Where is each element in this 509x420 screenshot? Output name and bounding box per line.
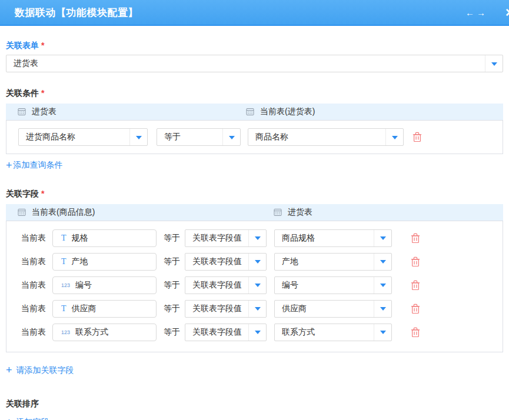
chevron-down-icon [374,301,391,317]
field-picker[interactable]: T 供应商 [52,300,157,318]
delete-condition-button[interactable] [412,132,422,142]
related-condition-label: 关联条件* [6,88,503,98]
condition-left-table-name: 进货表 [32,106,56,117]
resize-panel-button[interactable]: ← → [465,0,485,25]
condition-target-select[interactable]: 商品名称 [248,128,404,146]
chevron-down-icon [248,277,266,294]
scope-label: 当前表 [21,280,46,291]
trash-icon [411,233,420,244]
operator-label: 等于 [164,280,180,291]
delete-field-button[interactable] [411,256,420,267]
field-name: 规格 [72,233,88,244]
scope-label: 当前表 [21,256,46,267]
value-type-select[interactable]: 关联表字段值 [185,324,267,341]
chevron-down-icon [485,55,503,72]
related-form-select[interactable]: 进货表 [6,55,503,72]
operator-label: 等于 [164,304,180,314]
operator-label: 等于 [164,256,180,267]
delete-field-button[interactable] [411,304,420,314]
fields-table-body: 当前表 T 规格 等于 关联表字段值 商品规格 当前表 T 产地 [6,221,503,352]
delete-field-button[interactable] [411,327,420,338]
field-picker[interactable]: T 规格 [52,229,157,247]
field-picker[interactable]: T 产地 [52,253,157,271]
related-form-label: 关联表单* [6,40,503,51]
related-fields-label: 关联字段* [6,188,503,199]
field-name: 编号 [75,280,92,291]
delete-field-button[interactable] [411,280,420,291]
value-select[interactable]: 产地 [274,253,392,271]
condition-operator-select[interactable]: 等于 [157,128,241,146]
value-select[interactable]: 商品规格 [274,229,392,247]
chevron-down-icon [374,324,391,341]
add-sort-field-link[interactable]: +添加字段 [6,416,49,420]
text-field-icon: T [61,305,66,313]
field-name: 供应商 [72,304,97,314]
plus-icon: + [6,365,12,375]
value-select[interactable]: 供应商 [274,300,392,318]
form-icon [274,208,282,216]
value-type-select[interactable]: 关联表字段值 [185,229,267,247]
trash-icon [412,132,422,142]
close-icon: ✕ [505,6,509,19]
value-type-select[interactable]: 关联表字段值 [185,300,267,318]
required-asterisk: * [41,41,44,50]
form-icon [246,108,254,116]
scope-label: 当前表 [21,327,46,338]
chevron-down-icon [385,129,403,145]
chevron-down-icon [374,277,391,294]
add-query-condition-link[interactable]: +添加查询条件 [6,159,63,171]
chevron-down-icon [374,230,391,246]
fields-left-table-header: 当前表(商品信息) [18,207,274,218]
plus-icon: + [6,160,12,171]
field-picker[interactable]: 123 编号 [52,276,157,294]
arrow-right-icon: → [477,8,485,18]
trash-icon [411,304,420,314]
trash-icon [411,256,420,267]
delete-field-button[interactable] [411,233,420,244]
value-select[interactable]: 编号 [274,276,392,294]
condition-right-table-name: 当前表(进货表) [260,106,315,117]
dialog-header: 数据联动【功能模块配置】 ← → ✕ [0,0,509,26]
value-type-select[interactable]: 关联表字段值 [185,253,267,271]
field-row: 当前表 T 供应商 等于 关联表字段值 供应商 [6,300,503,318]
dialog-title: 数据联动【功能模块配置】 [0,6,138,19]
required-asterisk: * [41,189,44,198]
clipped-add-field-area: +添加字段 [0,416,509,420]
scope-label: 当前表 [21,233,46,244]
trash-icon [411,327,420,338]
field-row: 当前表 123 编号 等于 关联表字段值 编号 [6,276,503,294]
fields-right-table-header: 进货表 [274,207,312,218]
chevron-down-icon [248,301,266,317]
form-icon [18,108,26,116]
chevron-down-icon [129,129,147,145]
text-field-icon: T [61,258,66,266]
value-type-select[interactable]: 关联表字段值 [185,276,267,294]
field-row: 当前表 T 规格 等于 关联表字段值 商品规格 [6,229,503,247]
operator-label: 等于 [164,327,180,338]
plus-icon: + [6,417,12,420]
field-picker[interactable]: 123 联系方式 [52,324,157,341]
number-field-icon: 123 [61,329,70,335]
chevron-down-icon [248,324,266,341]
operator-label: 等于 [164,233,180,244]
close-button[interactable]: ✕ [505,0,509,25]
field-name: 联系方式 [75,327,108,338]
scope-label: 当前表 [21,304,46,314]
condition-table-header: 进货表 当前表(进货表) [6,104,503,120]
chevron-down-icon [248,254,266,270]
chevron-down-icon [222,129,240,145]
chevron-down-icon [374,254,391,270]
field-name: 产地 [72,256,88,267]
condition-field-select[interactable]: 进货商品名称 [18,128,148,146]
value-select[interactable]: 联系方式 [274,324,392,341]
fields-table-header: 当前表(商品信息) 进货表 [6,204,503,221]
field-row: 当前表 123 联系方式 等于 关联表字段值 联系方式 [6,324,503,341]
fields-right-table-name: 进货表 [288,207,312,218]
required-asterisk: * [41,88,44,98]
arrow-left-icon: ← [465,8,474,18]
fields-left-table-name: 当前表(商品信息) [32,207,95,218]
add-related-field-link[interactable]: +请添加关联字段 [6,365,74,376]
text-field-icon: T [61,234,66,242]
related-form-select-value: 进货表 [6,55,485,72]
number-field-icon: 123 [61,282,70,288]
